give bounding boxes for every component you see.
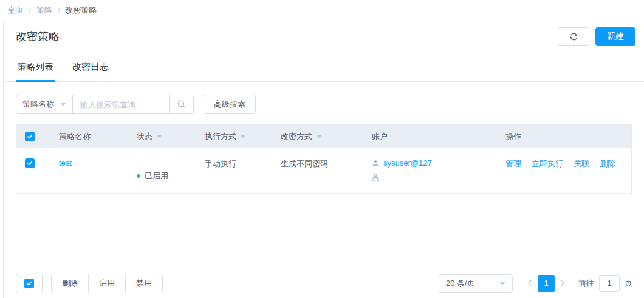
action-execute-now[interactable]: 立即执行 — [532, 158, 563, 193]
breadcrumb-separator: / — [58, 6, 60, 15]
chevron-down-icon — [60, 103, 66, 106]
filter-icon[interactable] — [157, 135, 162, 138]
select-all-checkbox[interactable] — [25, 132, 35, 141]
org-tree-icon — [372, 174, 379, 181]
status-enabled-dot — [137, 174, 140, 178]
search-input[interactable] — [73, 95, 169, 113]
prev-page-button[interactable] — [522, 275, 538, 292]
pager: 1 — [522, 275, 570, 292]
column-header-name: 策略名称 — [50, 131, 128, 142]
chevron-right-icon — [560, 280, 566, 287]
table-footer: 删除 启用 禁用 20 条/页 1 — [4, 268, 644, 298]
tab-bar: 策略列表 改密日志 — [4, 52, 644, 82]
policy-table: 策略名称 状态 执行方式 改密方式 账户 操作 — [16, 124, 632, 194]
breadcrumb: 桌面 / 策略 / 改密策略 — [0, 0, 644, 21]
breadcrumb-separator: / — [29, 6, 31, 15]
search-icon — [177, 100, 187, 109]
table-row: test 已启用 手动执行 生成不同密码 sysuser@127 — [16, 148, 631, 193]
page-title: 改密策略 — [16, 29, 60, 44]
bulk-disable-button[interactable]: 禁用 — [125, 274, 163, 293]
column-header-method: 改密方式 — [272, 131, 363, 142]
goto-page: 前往 页 — [578, 275, 632, 292]
search-toolbar: 策略名称 高级搜索 — [16, 95, 632, 114]
search-button[interactable] — [169, 95, 193, 113]
current-page-button[interactable]: 1 — [538, 275, 555, 292]
goto-unit: 页 — [625, 278, 632, 289]
action-associate[interactable]: 关联 — [574, 158, 589, 193]
column-header-execution: 执行方式 — [196, 131, 272, 142]
footer-select-all-checkbox[interactable] — [24, 279, 34, 288]
goto-label: 前往 — [578, 278, 594, 289]
refresh-button[interactable] — [558, 27, 589, 46]
footer-select-all[interactable] — [16, 274, 43, 293]
search-combo: 策略名称 — [16, 95, 194, 114]
search-field-select[interactable]: 策略名称 — [16, 95, 73, 113]
column-header-account: 账户 — [363, 131, 497, 142]
status-cell: 已启用 — [128, 148, 196, 193]
chevron-left-icon — [527, 280, 533, 287]
row-actions: 管理 立即执行 关联 删除 — [497, 148, 631, 193]
search-field-label: 策略名称 — [22, 99, 54, 110]
page-header: 改密策略 新建 — [4, 21, 644, 52]
status-label: 已启用 — [145, 171, 168, 181]
bulk-enable-button[interactable]: 启用 — [88, 274, 126, 293]
row-checkbox[interactable] — [25, 158, 35, 168]
breadcrumb-item-desktop[interactable]: 桌面 — [7, 5, 23, 16]
user-icon — [372, 160, 379, 167]
action-delete[interactable]: 删除 — [600, 158, 615, 193]
goto-page-input[interactable] — [599, 275, 620, 292]
action-manage[interactable]: 管理 — [505, 158, 521, 193]
tab-password-log[interactable]: 改密日志 — [71, 52, 110, 82]
breadcrumb-item-policy[interactable]: 策略 — [36, 5, 52, 16]
column-header-status: 状态 — [128, 131, 196, 142]
create-button[interactable]: 新建 — [595, 27, 635, 46]
column-header-actions: 操作 — [497, 131, 631, 142]
filter-icon[interactable] — [317, 135, 321, 138]
next-page-button[interactable] — [555, 275, 570, 292]
advanced-search-button[interactable]: 高级搜索 — [204, 95, 256, 114]
tab-policy-list[interactable]: 策略列表 — [16, 52, 55, 82]
policy-name-link[interactable]: test — [59, 158, 72, 168]
account-cell: sysuser@127 - — [363, 148, 497, 193]
bulk-delete-button[interactable]: 删除 — [51, 274, 89, 293]
chevron-down-icon — [499, 282, 505, 285]
refresh-icon — [569, 32, 578, 41]
method-cell: 生成不同密码 — [272, 148, 363, 193]
org-value: - — [383, 173, 386, 182]
page-size-select[interactable]: 20 条/页 — [439, 274, 513, 293]
table-header-row: 策略名称 状态 执行方式 改密方式 账户 操作 — [16, 125, 631, 148]
execution-cell: 手动执行 — [196, 148, 272, 193]
breadcrumb-item-current: 改密策略 — [65, 5, 97, 16]
account-link[interactable]: sysuser@127 — [383, 158, 432, 168]
main-panel: 改密策略 新建 策略列表 改密日志 策略名称 — [3, 21, 644, 298]
bulk-action-group: 删除 启用 禁用 — [51, 274, 163, 293]
page-size-value: 20 条/页 — [446, 278, 475, 289]
filter-icon[interactable] — [241, 135, 245, 138]
